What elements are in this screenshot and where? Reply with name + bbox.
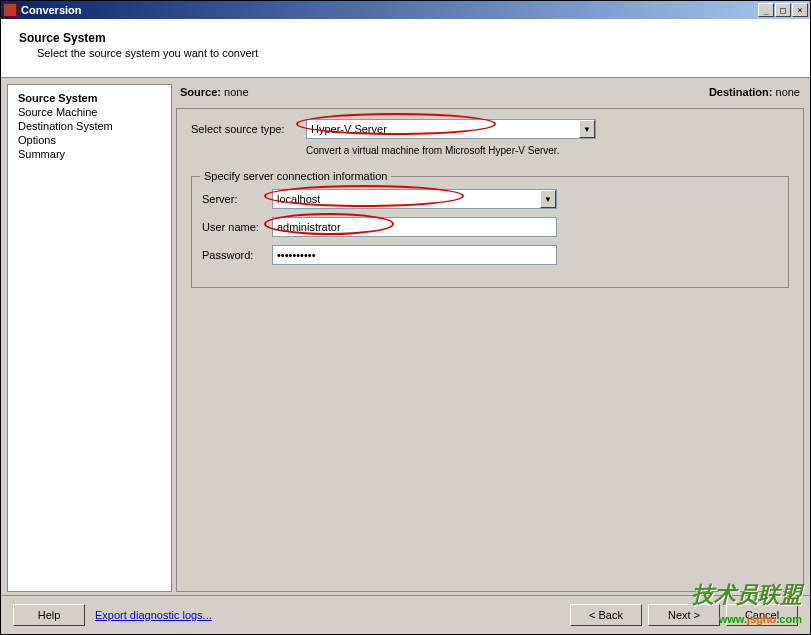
export-logs-link[interactable]: Export diagnostic logs... (95, 609, 212, 621)
server-input[interactable] (272, 189, 557, 209)
step-source-system[interactable]: Source System (18, 91, 161, 105)
app-icon (3, 3, 17, 17)
source-value: none (224, 86, 248, 98)
close-button[interactable]: × (792, 3, 808, 17)
main-panel: Source: none Destination: none Select so… (176, 84, 804, 592)
maximize-button[interactable]: □ (775, 3, 791, 17)
page-subtitle: Select the source system you want to con… (37, 47, 792, 59)
password-label: Password: (202, 249, 272, 261)
titlebar[interactable]: Conversion _ □ × (1, 1, 810, 19)
page-title: Source System (19, 31, 792, 45)
destination-value: none (776, 86, 800, 98)
server-label: Server: (202, 193, 272, 205)
wizard-body: Source System Source Machine Destination… (1, 78, 810, 598)
step-summary[interactable]: Summary (18, 147, 161, 161)
step-source-machine[interactable]: Source Machine (18, 105, 161, 119)
conversion-window: Conversion _ □ × Source System Select th… (0, 0, 811, 635)
destination-label: Destination: (709, 86, 773, 98)
back-button[interactable]: < Back (570, 604, 642, 626)
source-type-label: Select source type: (191, 123, 306, 135)
wizard-footer: Help Export diagnostic logs... < Back Ne… (1, 595, 810, 634)
cancel-button[interactable]: Cancel (726, 604, 798, 626)
source-type-description: Convert a virtual machine from Microsoft… (306, 145, 789, 156)
source-type-select[interactable] (306, 119, 596, 139)
wizard-header: Source System Select the source system y… (1, 19, 810, 78)
connection-fieldset: Specify server connection information Se… (191, 176, 789, 288)
source-label: Source: (180, 86, 221, 98)
minimize-button[interactable]: _ (758, 3, 774, 17)
step-destination-system[interactable]: Destination System (18, 119, 161, 133)
step-options[interactable]: Options (18, 133, 161, 147)
password-input[interactable] (272, 245, 557, 265)
form-panel: Select source type: ▼ Convert a virtual … (176, 108, 804, 592)
help-button[interactable]: Help (13, 604, 85, 626)
steps-sidebar: Source System Source Machine Destination… (7, 84, 172, 592)
status-row: Source: none Destination: none (176, 84, 804, 108)
next-button[interactable]: Next > (648, 604, 720, 626)
fieldset-legend: Specify server connection information (200, 170, 391, 182)
window-controls: _ □ × (758, 3, 808, 17)
username-label: User name: (202, 221, 272, 233)
username-input[interactable] (272, 217, 557, 237)
window-title: Conversion (21, 4, 758, 16)
